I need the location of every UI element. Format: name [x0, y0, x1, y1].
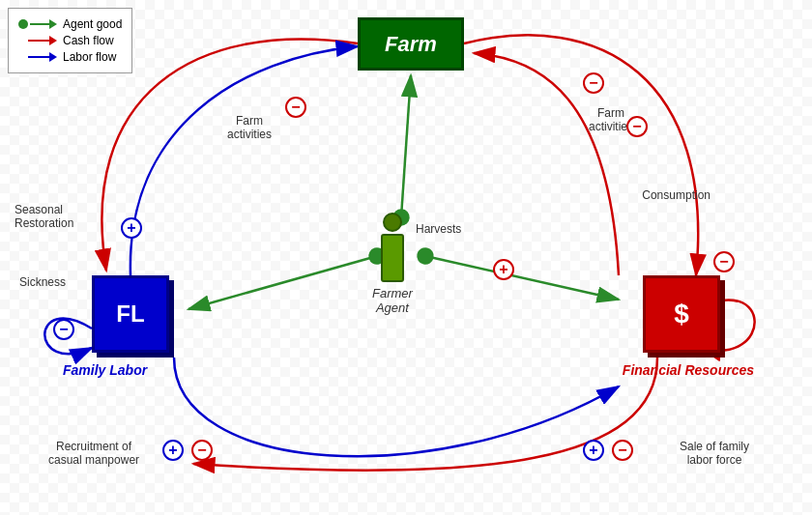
legend-item-cash: Cash flow — [18, 34, 122, 47]
svg-line-6 — [188, 256, 377, 309]
svg-line-4 — [401, 75, 411, 217]
sign-recruitment-plus: + — [162, 440, 184, 461]
sign-farm-left-minus: − — [285, 97, 306, 118]
label-sickness: Sickness — [19, 275, 66, 289]
label-recruitment: Recruitment ofcasual manpower — [48, 440, 139, 467]
svg-line-5 — [425, 256, 619, 300]
farmer-agent-node: Farmer Agent — [372, 213, 413, 315]
legend-box: Agent good Cash flow Labor flow — [8, 8, 132, 73]
label-seasonal-restoration: SeasonalRestoration — [14, 203, 73, 230]
farmer-agent-label: Farmer Agent — [372, 286, 413, 315]
fl-label: FL — [116, 300, 144, 328]
diagram-container: Agent good Cash flow Labor flow Farm Far… — [0, 0, 812, 515]
family-labor-node: FL — [92, 275, 169, 353]
farmer-body — [381, 234, 404, 282]
sign-recruitment-minus: − — [191, 440, 213, 461]
legend-label-agent: Agent good — [63, 17, 122, 31]
sign-sale-minus: − — [612, 440, 633, 461]
sign-sickness-minus: − — [53, 319, 74, 340]
label-sale: Sale of familylabor force — [680, 440, 749, 467]
farm-node: Farm — [358, 17, 464, 71]
label-family-labor: Family Labor — [63, 362, 147, 378]
sign-farm-right-minus2: − — [626, 116, 648, 137]
legend-item-labor: Labor flow — [18, 50, 122, 64]
label-farm-activities-left: Farmactivities — [227, 114, 272, 141]
legend-item-agent: Agent good — [18, 17, 122, 31]
label-financial-resources: Financial Resources — [623, 362, 754, 378]
label-harvests: Harvests — [416, 222, 461, 236]
legend-label-cash: Cash flow — [63, 34, 114, 47]
sign-sale-plus: + — [583, 440, 604, 461]
financial-resources-node: $ — [643, 275, 720, 353]
farmer-head — [383, 213, 402, 232]
sign-harvests-plus: + — [493, 259, 514, 280]
sign-farm-right-minus1: − — [583, 72, 604, 94]
farm-label: Farm — [385, 32, 437, 57]
fr-label: $ — [674, 299, 689, 329]
label-consumption: Consumption — [642, 188, 710, 202]
legend-label-labor: Labor flow — [63, 50, 116, 64]
sign-consumption-minus: − — [713, 251, 735, 272]
sign-seasonal-plus: + — [121, 217, 142, 239]
